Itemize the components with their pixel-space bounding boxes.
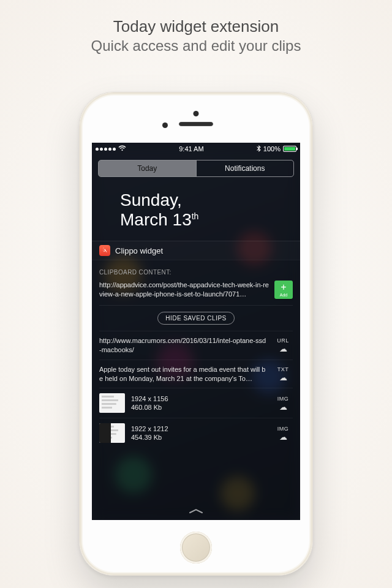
cloud-icon: ☁: [273, 374, 293, 382]
battery-percent: 100%: [263, 145, 281, 153]
battery-icon: [283, 146, 296, 152]
phone-sensor: [162, 123, 168, 128]
wifi-icon: [118, 145, 126, 153]
clipboard-content-label: CLIPBOARD CONTENT:: [99, 265, 293, 281]
clippo-widget: Clippo widget CLIPBOARD CONTENT: http://…: [92, 241, 300, 448]
phone-frame: 9:41 AM 100% Today Notifications Sunday,…: [79, 92, 313, 576]
date-display: Sunday, March 13th: [92, 182, 300, 241]
tab-today[interactable]: Today: [99, 160, 196, 176]
current-clipboard-text[interactable]: http://appadvice.com/post/the-appadvice-…: [99, 281, 270, 299]
image-thumbnail: [99, 393, 125, 413]
clippo-app-icon: [99, 245, 110, 256]
promo-title: Today widget extension: [0, 0, 392, 36]
clip-type-badge: TXT: [273, 366, 293, 372]
image-thumbnail: [99, 423, 125, 443]
widget-header[interactable]: Clippo widget: [92, 241, 300, 260]
cloud-icon: ☁: [273, 433, 293, 441]
clip-type-badge: IMG: [273, 396, 293, 402]
clip-row-text[interactable]: Apple today sent out invites for a media…: [99, 360, 293, 388]
screen: 9:41 AM 100% Today Notifications Sunday,…: [92, 143, 300, 520]
clip-type-badge: URL: [273, 337, 293, 344]
home-button[interactable]: [180, 532, 212, 564]
clip-row-url[interactable]: http://www.macrumors.com/2016/03/11/inte…: [99, 331, 293, 360]
clip-type-badge: IMG: [273, 426, 293, 432]
status-bar: 9:41 AM 100%: [92, 143, 300, 155]
clip-row-image[interactable]: 1922 x 1212 454.39 Kb IMG ☁: [99, 418, 293, 448]
grabber-handle-icon[interactable]: [189, 505, 203, 516]
phone-speaker: [179, 122, 213, 126]
status-time: 9:41 AM: [179, 145, 203, 153]
widget-title: Clippo widget: [115, 246, 163, 255]
cloud-icon: ☁: [273, 345, 293, 353]
phone-camera: [194, 111, 199, 116]
hide-saved-clips-button[interactable]: HIDE SAVED CLIPS: [157, 312, 235, 325]
cloud-icon: ☁: [273, 403, 293, 411]
bluetooth-icon: [257, 145, 261, 153]
clip-row-image[interactable]: 1924 x 1156 460.08 Kb IMG ☁: [99, 388, 293, 418]
today-notifications-segment: Today Notifications: [98, 160, 294, 177]
promo-subtitle: Quick access and edit your clips: [0, 37, 392, 55]
plus-icon: +: [281, 282, 286, 292]
add-clip-button[interactable]: + Add: [274, 281, 293, 299]
signal-dots-icon: [96, 148, 116, 151]
tab-notifications[interactable]: Notifications: [196, 160, 294, 176]
